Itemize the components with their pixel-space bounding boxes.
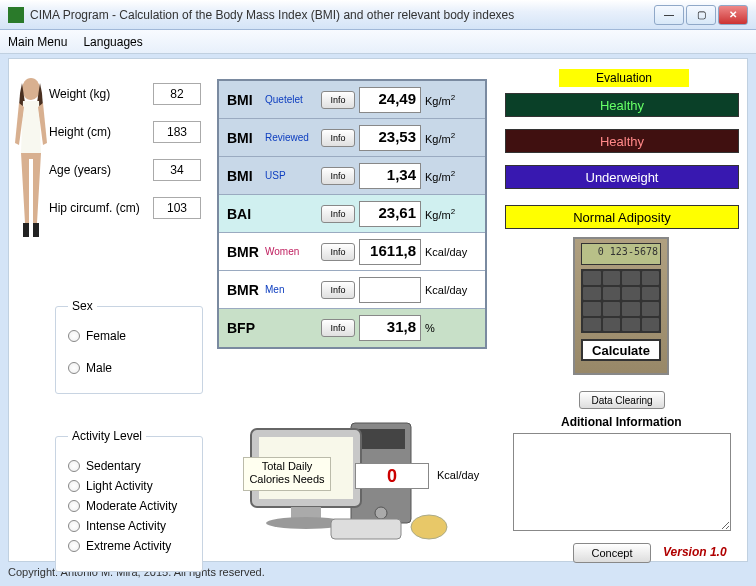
act-opt-1: Light Activity xyxy=(86,479,153,493)
act-opt-3: Intense Activity xyxy=(86,519,166,533)
bai-unit: Kg/m2 xyxy=(425,207,469,221)
input-panel: Weight (kg) Height (cm) Age (years) Hip … xyxy=(49,83,201,235)
bmi-u-sub: USP xyxy=(265,170,317,181)
bmr-w-sub: Women xyxy=(265,246,317,257)
eval-bai: Normal Adiposity xyxy=(505,205,739,229)
bmr-m-value xyxy=(359,277,421,303)
bmi-u-unit: Kg/m2 xyxy=(425,169,469,183)
row-bmr-men: BMR Men Info Kcal/day xyxy=(219,271,485,309)
bmr-m-sub: Men xyxy=(265,284,317,295)
eval-bmi-usp: Underweight xyxy=(505,165,739,189)
row-bai: BAI Info 23,61 Kg/m2 xyxy=(219,195,485,233)
info-bmi-r[interactable]: Info xyxy=(321,129,355,147)
window-title: CIMA Program - Calculation of the Body M… xyxy=(30,8,654,22)
calculate-button[interactable]: Calculate xyxy=(581,339,661,361)
svg-point-0 xyxy=(22,78,40,100)
activity-legend: Activity Level xyxy=(68,429,146,443)
radio-female[interactable] xyxy=(68,330,80,342)
age-label: Age (years) xyxy=(49,163,153,177)
calculator-keys-icon xyxy=(581,269,661,333)
female-label: Female xyxy=(86,329,126,343)
row-bmi-usp: BMI USP Info 1,34 Kg/m2 xyxy=(219,157,485,195)
bmi-u-label: BMI xyxy=(227,168,261,184)
svg-point-5 xyxy=(375,507,387,519)
titlebar: CIMA Program - Calculation of the Body M… xyxy=(0,0,756,30)
hip-label: Hip circumf. (cm) xyxy=(49,201,153,215)
sex-fieldset: Sex Female Male xyxy=(55,299,203,394)
hip-input[interactable] xyxy=(153,197,201,219)
total-calories-label: Total Daily Calories Needs xyxy=(243,457,331,491)
bmr-w-value: 1611,8 xyxy=(359,239,421,265)
bmr-w-unit: Kcal/day xyxy=(425,246,469,258)
bmi-r-value: 23,53 xyxy=(359,125,421,151)
eval-bmi-quetelet: Healthy xyxy=(505,93,739,117)
info-bmi-u[interactable]: Info xyxy=(321,167,355,185)
bai-label: BAI xyxy=(227,206,261,222)
radio-male[interactable] xyxy=(68,362,80,374)
version-label: Version 1.0 xyxy=(663,545,727,559)
activity-fieldset: Activity Level Sedentary Light Activity … xyxy=(55,429,203,572)
menu-languages[interactable]: Languages xyxy=(83,35,142,49)
male-label: Male xyxy=(86,361,112,375)
additional-info-label: Aditional Information xyxy=(561,415,682,429)
svg-rect-4 xyxy=(357,429,405,449)
svg-point-11 xyxy=(411,515,447,539)
bmr-w-label: BMR xyxy=(227,244,261,260)
height-label: Height (cm) xyxy=(49,125,153,139)
bmi-u-value: 1,34 xyxy=(359,163,421,189)
bmr-m-unit: Kcal/day xyxy=(425,284,469,296)
weight-label: Weight (kg) xyxy=(49,87,153,101)
svg-rect-2 xyxy=(33,223,39,237)
bmi-q-sub: Quetelet xyxy=(265,94,317,105)
bmi-q-label: BMI xyxy=(227,92,261,108)
bfp-unit: % xyxy=(425,322,469,334)
maximize-button[interactable]: ▢ xyxy=(686,5,716,25)
total-calories-unit: Kcal/day xyxy=(437,469,479,481)
info-bai[interactable]: Info xyxy=(321,205,355,223)
concept-button[interactable]: Concept xyxy=(573,543,651,563)
eval-bmi-reviewed: Healthy xyxy=(505,129,739,153)
data-clearing-button[interactable]: Data Clearing xyxy=(579,391,665,409)
bfp-value: 31,8 xyxy=(359,315,421,341)
bfp-label: BFP xyxy=(227,320,261,336)
bmi-r-unit: Kg/m2 xyxy=(425,131,469,145)
act-opt-0: Sedentary xyxy=(86,459,141,473)
info-bfp[interactable]: Info xyxy=(321,319,355,337)
info-bmi-q[interactable]: Info xyxy=(321,91,355,109)
radio-sedentary[interactable] xyxy=(68,460,80,472)
sex-legend: Sex xyxy=(68,299,97,313)
menu-main[interactable]: Main Menu xyxy=(8,35,67,49)
calculator-widget: 0 123-5678 Calculate xyxy=(573,237,669,375)
total-calories-value: 0 xyxy=(355,463,429,489)
info-bmr-w[interactable]: Info xyxy=(321,243,355,261)
row-bfp: BFP Info 31,8 % xyxy=(219,309,485,347)
bmi-r-label: BMI xyxy=(227,130,261,146)
radio-extreme[interactable] xyxy=(68,540,80,552)
bmr-m-label: BMR xyxy=(227,282,261,298)
bmi-r-sub: Reviewed xyxy=(265,132,317,143)
menubar: Main Menu Languages xyxy=(0,30,756,54)
bai-value: 23,61 xyxy=(359,201,421,227)
weight-input[interactable] xyxy=(153,83,201,105)
bmi-q-value: 24,49 xyxy=(359,87,421,113)
age-input[interactable] xyxy=(153,159,201,181)
svg-rect-1 xyxy=(23,223,29,237)
radio-light[interactable] xyxy=(68,480,80,492)
act-opt-2: Moderate Activity xyxy=(86,499,177,513)
height-input[interactable] xyxy=(153,121,201,143)
radio-intense[interactable] xyxy=(68,520,80,532)
row-bmi-reviewed: BMI Reviewed Info 23,53 Kg/m2 xyxy=(219,119,485,157)
radio-moderate[interactable] xyxy=(68,500,80,512)
woman-illustration xyxy=(11,73,51,263)
app-icon xyxy=(8,7,24,23)
svg-rect-10 xyxy=(331,519,401,539)
evaluation-header: Evaluation xyxy=(559,69,689,87)
content-area: Weight (kg) Height (cm) Age (years) Hip … xyxy=(8,58,748,562)
minimize-button[interactable]: — xyxy=(654,5,684,25)
row-bmr-women: BMR Women Info 1611,8 Kcal/day xyxy=(219,233,485,271)
close-button[interactable]: ✕ xyxy=(718,5,748,25)
info-bmr-m[interactable]: Info xyxy=(321,281,355,299)
additional-info-textarea[interactable] xyxy=(513,433,731,531)
calculator-display: 0 123-5678 xyxy=(581,243,661,265)
results-panel: BMI Quetelet Info 24,49 Kg/m2 BMI Review… xyxy=(217,79,487,349)
